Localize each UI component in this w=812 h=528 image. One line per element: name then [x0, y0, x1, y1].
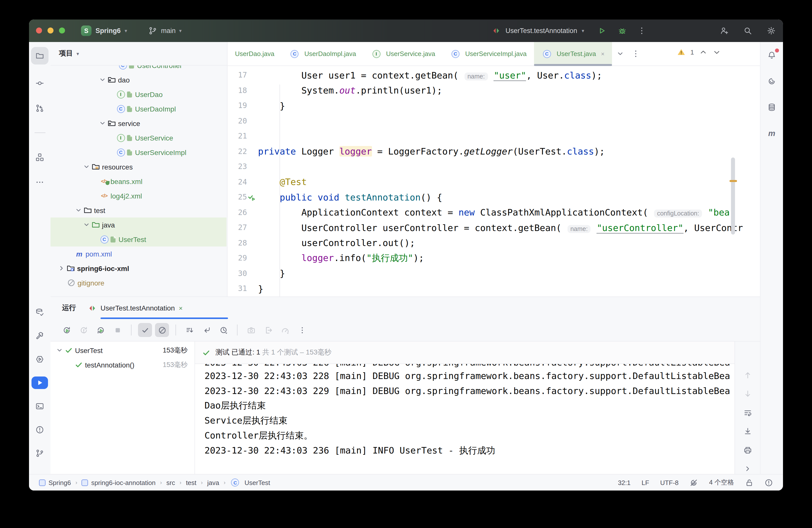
project-panel-header[interactable]: 项目 ▾ — [50, 42, 227, 65]
more-kebab-icon[interactable] — [295, 323, 309, 337]
rerun-auto-icon[interactable] — [93, 323, 107, 337]
pull-request-icon[interactable] — [33, 102, 46, 115]
soft-wrap-icon[interactable] — [741, 408, 754, 418]
test-history-icon[interactable] — [217, 323, 231, 337]
show-passed-icon[interactable] — [138, 323, 152, 337]
highlight-off-icon[interactable] — [690, 478, 698, 487]
code-line[interactable]: 17 User user1 = context.getBean( name: "… — [228, 68, 760, 83]
breadcrumb-item-java[interactable]: java — [207, 479, 219, 486]
tab-usertest-java[interactable]: CUserTest.java× — [534, 42, 612, 65]
test-row-usertest[interactable]: UserTest153毫秒 — [50, 343, 194, 357]
breadcrumb-item-spring6-ioc-annotation[interactable]: spring6-ioc-annotation — [82, 479, 156, 486]
breadcrumb-item-test[interactable]: test — [186, 479, 197, 486]
zoom-window-button[interactable] — [59, 28, 65, 33]
rerun-icon[interactable] — [59, 323, 73, 337]
unlock-icon[interactable] — [745, 478, 754, 487]
code-line[interactable]: 30 } — [228, 266, 760, 281]
tree-item-pom-xml[interactable]: mpom.xml — [50, 247, 227, 261]
warning-stripe-mark[interactable] — [729, 180, 737, 182]
minimize-window-button[interactable] — [47, 28, 54, 33]
code-line[interactable]: 23 — [228, 159, 760, 174]
chevron-down-icon[interactable] — [83, 162, 90, 171]
inspections-icon[interactable] — [765, 478, 773, 487]
status-4-[interactable]: 4 个空格 — [709, 478, 734, 487]
code-line[interactable]: 31} — [228, 281, 760, 296]
ai-spiral-icon[interactable] — [766, 75, 778, 88]
run-configuration-name[interactable]: UserTest.testAnnotation — [506, 27, 577, 34]
code-line[interactable]: 28 userController.out(); — [228, 235, 760, 250]
services-icon[interactable] — [33, 306, 46, 319]
project-widget[interactable]: S Spring6 ▾ — [81, 24, 127, 38]
chevron-down-icon[interactable] — [74, 206, 83, 215]
code-line[interactable]: 22private Logger logger = LoggerFactory.… — [228, 144, 760, 159]
more-kebab-icon[interactable] — [632, 49, 640, 58]
tab-userserviceimpl-java[interactable]: CUserServiceImpl.java — [443, 42, 534, 65]
status-lf[interactable]: LF — [641, 479, 649, 486]
database-icon[interactable] — [766, 101, 778, 114]
search-icon[interactable] — [742, 26, 753, 36]
chevron-down-icon[interactable] — [56, 346, 63, 354]
add-user-icon[interactable] — [719, 26, 729, 36]
breadcrumb-item-spring6[interactable]: Spring6 — [39, 479, 71, 486]
status-utf-8[interactable]: UTF-8 — [660, 479, 679, 486]
status-32-1[interactable]: 32:1 — [618, 479, 631, 486]
branch-widget[interactable]: main ▾ — [147, 24, 182, 38]
project-folder-icon[interactable] — [31, 47, 48, 64]
tree-item-java[interactable]: java — [50, 218, 227, 232]
more-actions-kebab-icon[interactable] — [637, 26, 647, 36]
notifications-bell-icon[interactable] — [766, 49, 778, 61]
print-icon[interactable] — [741, 445, 754, 455]
tree-item-userdaoimpl[interactable]: CUserDaoImpl — [50, 102, 227, 116]
tab-userdao-java[interactable]: UserDao.java — [228, 42, 282, 65]
chevron-right-icon[interactable] — [58, 264, 66, 273]
scroll-to-end-icon[interactable] — [741, 426, 754, 437]
breadcrumb-item-src[interactable]: src — [166, 479, 175, 486]
build-hammer-icon[interactable] — [33, 329, 46, 342]
more-horizontal-icon[interactable] — [33, 176, 46, 189]
code-line[interactable]: 29 logger.info("执行成功"); — [228, 250, 760, 266]
tree-item-beans-xml[interactable]: </>beans.xml — [50, 174, 227, 189]
breadcrumb-item-usertest[interactable]: CUserTest — [230, 478, 270, 487]
code-editor[interactable]: 17 User user1 = context.getBean( name: "… — [228, 65, 760, 296]
tree-item-usercontroller[interactable]: CUserController — [50, 65, 227, 73]
code-line[interactable]: 25 public void testAnnotation() { — [228, 190, 760, 205]
tree-item-userservice[interactable]: IUserService — [50, 131, 227, 145]
commit-icon[interactable] — [33, 77, 46, 89]
jump-to-source-icon[interactable] — [200, 323, 214, 337]
next-problem-chevron-icon[interactable] — [712, 48, 721, 57]
tree-item-userserviceimpl[interactable]: CUserServiceImpl — [50, 145, 227, 160]
run-test-gutter-icon[interactable] — [247, 193, 256, 202]
prev-problem-chevron-icon[interactable] — [699, 48, 708, 57]
code-line[interactable]: 26 ApplicationContext context = new Clas… — [228, 205, 760, 220]
run-button[interactable] — [597, 26, 607, 36]
chevron-down-icon[interactable] — [99, 75, 106, 84]
tree-item-spring6-ioc-xml[interactable]: spring6-ioc-xml — [50, 261, 227, 276]
console-output[interactable]: 2023-12-30 22:43:03 226 [main] DEBUG org… — [195, 364, 735, 474]
close-icon[interactable]: × — [179, 304, 183, 312]
tree-item-test[interactable]: test — [50, 203, 227, 218]
sort-lines-icon[interactable] — [183, 323, 197, 337]
maven-m-icon[interactable]: m — [766, 127, 778, 140]
code-line[interactable]: 24 @Test — [228, 174, 760, 190]
collapse-chevron-icon[interactable] — [741, 464, 754, 474]
chevron-down-icon[interactable] — [616, 49, 624, 58]
code-line[interactable]: 21 — [228, 129, 760, 144]
close-window-button[interactable] — [36, 28, 42, 33]
settings-gear-icon[interactable] — [766, 26, 776, 36]
run-play-icon[interactable] — [31, 377, 48, 389]
tree-item-userdao[interactable]: IUserDao — [50, 87, 227, 102]
tree-item-usertest[interactable]: CUserTest — [50, 232, 227, 247]
code-line[interactable]: 18 System.out.println(user1); — [228, 83, 760, 98]
code-line[interactable]: 20 — [228, 113, 760, 129]
profiler-icon[interactable] — [33, 353, 46, 366]
run-tab[interactable]: UserTest.testAnnotation × — [88, 297, 183, 319]
tree-item-service[interactable]: service — [50, 116, 227, 131]
show-skipped-icon[interactable] — [155, 323, 169, 337]
git-branch-icon[interactable] — [33, 447, 46, 459]
tree-item-resources[interactable]: resources — [50, 160, 227, 174]
test-row-testannotation-[interactable]: testAnnotation()153毫秒 — [50, 357, 194, 372]
tree-item-log4j2-xml[interactable]: </>log4j2.xml — [50, 189, 227, 203]
chevron-down-icon[interactable] — [99, 119, 106, 128]
code-line[interactable]: 27 UserController userController = conte… — [228, 220, 760, 235]
debug-button[interactable] — [617, 26, 627, 36]
